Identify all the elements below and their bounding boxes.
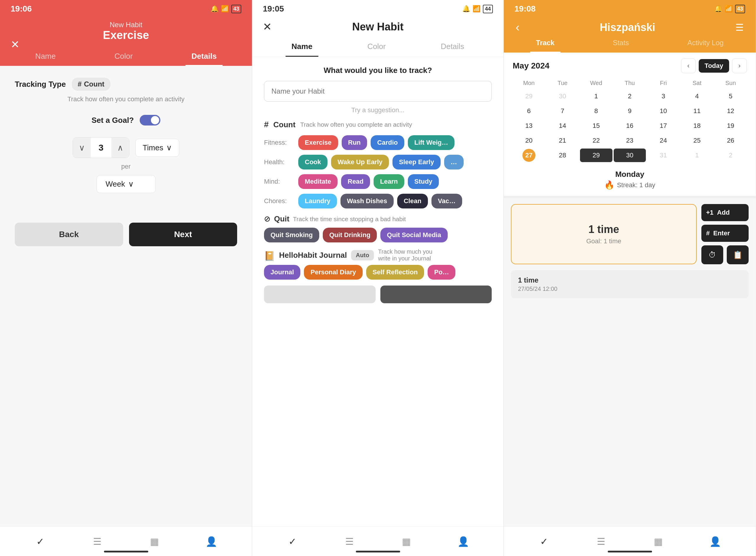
week-select[interactable]: Week ∨ <box>97 175 156 193</box>
nav-profile-3[interactable]: 👤 <box>707 533 724 550</box>
cal-day[interactable]: 13 <box>513 119 545 133</box>
tab-stats-3[interactable]: Stats <box>607 34 635 53</box>
tab-name-2[interactable]: Name <box>285 37 318 57</box>
chip-lift[interactable]: Lift Weig… <box>408 135 454 150</box>
chip-wake-up-early[interactable]: Wake Up Early <box>331 155 389 170</box>
cal-day[interactable]: 30 <box>546 90 579 103</box>
tracking-badge[interactable]: # Count <box>72 78 110 91</box>
cal-day[interactable]: 2 <box>614 90 646 103</box>
cal-day[interactable]: 19 <box>714 119 747 133</box>
cal-day[interactable]: 12 <box>714 104 747 118</box>
chip-clean[interactable]: Clean <box>397 194 428 208</box>
chip-health-more[interactable]: … <box>444 155 463 170</box>
chip-self-reflection[interactable]: Self Reflection <box>366 265 424 280</box>
tab-color-1[interactable]: Color <box>108 47 138 66</box>
chip-vacuum[interactable]: Vac… <box>432 194 462 208</box>
nav-journal-1[interactable]: ☰ <box>89 533 106 550</box>
stepper-down-button[interactable]: ∨ <box>73 137 91 158</box>
nav-calendar-1[interactable]: ▦ <box>146 533 163 550</box>
chip-laundry[interactable]: Laundry <box>298 194 337 208</box>
cal-day[interactable]: 30 <box>614 148 646 162</box>
nav-calendar-2[interactable]: ▦ <box>398 533 415 550</box>
cal-day[interactable]: 28 <box>546 148 579 162</box>
notes-button[interactable]: 📋 <box>727 245 749 264</box>
cal-day[interactable]: 24 <box>647 134 680 147</box>
cal-day[interactable]: 15 <box>580 119 613 133</box>
chip-run[interactable]: Run <box>342 135 367 150</box>
cal-day[interactable]: 21 <box>546 134 579 147</box>
close-button-1[interactable]: ✕ <box>11 38 20 51</box>
nav-journal-2[interactable]: ☰ <box>341 533 358 550</box>
cal-day[interactable]: 16 <box>614 119 646 133</box>
cal-day[interactable]: 2 <box>714 148 747 162</box>
chip-study[interactable]: Study <box>408 174 439 189</box>
nav-profile-1[interactable]: 👤 <box>203 533 220 550</box>
cal-day[interactable]: 1 <box>681 148 713 162</box>
cal-day[interactable]: 3 <box>647 90 680 103</box>
cal-day[interactable]: 14 <box>546 119 579 133</box>
cal-day[interactable]: 25 <box>681 134 713 147</box>
chip-quit-social-media[interactable]: Quit Social Media <box>380 228 447 242</box>
cal-day[interactable]: 5 <box>714 90 747 103</box>
cal-day[interactable]: 31 <box>647 148 680 162</box>
chip-personal-diary[interactable]: Personal Diary <box>304 265 363 280</box>
nav-profile-2[interactable]: 👤 <box>454 533 472 550</box>
tab-name-1[interactable]: Name <box>29 47 61 66</box>
chip-quit-drinking[interactable]: Quit Drinking <box>323 228 377 242</box>
add-button[interactable]: +1 Add <box>701 204 749 221</box>
cal-day[interactable]: 18 <box>681 119 713 133</box>
cal-day[interactable]: 1 <box>580 90 613 103</box>
tab-track-3[interactable]: Track <box>530 34 560 53</box>
cal-day[interactable]: 9 <box>614 104 646 118</box>
nav-journal-3[interactable]: ☰ <box>592 533 610 550</box>
cal-day[interactable]: 29 <box>580 148 613 162</box>
cal-day[interactable]: 6 <box>513 104 545 118</box>
goal-toggle[interactable] <box>140 115 160 126</box>
habit-name-input[interactable] <box>264 81 492 102</box>
cal-day[interactable]: 10 <box>647 104 680 118</box>
cal-day[interactable]: 4 <box>681 90 713 103</box>
chip-meditate[interactable]: Meditate <box>298 174 338 189</box>
cal-day[interactable]: 7 <box>546 104 579 118</box>
next-button[interactable]: Next <box>129 223 237 246</box>
track-main-card[interactable]: 1 time Goal: 1 time <box>511 204 697 264</box>
cal-day-today[interactable]: 27 <box>522 149 536 162</box>
nav-habits-1[interactable]: ✓ <box>32 533 49 550</box>
chip-read[interactable]: Read <box>341 174 370 189</box>
nav-calendar-3[interactable]: ▦ <box>649 533 667 550</box>
cal-day[interactable]: 11 <box>681 104 713 118</box>
tab-color-2[interactable]: Color <box>362 37 391 57</box>
cal-day[interactable]: 22 <box>580 134 613 147</box>
chip-exercise[interactable]: Exercise <box>298 135 338 150</box>
chip-quit-smoking[interactable]: Quit Smoking <box>264 228 319 242</box>
cal-day[interactable]: 20 <box>513 134 545 147</box>
stepper-up-button[interactable]: ∧ <box>111 137 129 158</box>
tab-activity-log-3[interactable]: Activity Log <box>681 34 729 53</box>
cal-day[interactable]: 26 <box>714 134 747 147</box>
cal-day[interactable]: 8 <box>580 104 613 118</box>
timer-button[interactable]: ⏱ <box>701 245 723 264</box>
menu-icon-3[interactable]: ☰ <box>735 22 744 33</box>
chip-sleep-early[interactable]: Sleep Early <box>392 155 441 170</box>
chip-learn[interactable]: Learn <box>374 174 404 189</box>
chip-poetry[interactable]: Po… <box>427 265 455 280</box>
cal-day[interactable]: 17 <box>647 119 680 133</box>
cal-day[interactable]: 29 <box>513 90 545 103</box>
enter-button[interactable]: # Enter <box>701 225 749 242</box>
tab-details-1[interactable]: Details <box>185 47 222 66</box>
cal-day[interactable]: 23 <box>614 134 646 147</box>
chip-wash-dishes[interactable]: Wash Dishes <box>341 194 393 208</box>
close-button-2[interactable]: ✕ <box>263 21 272 33</box>
nav-habits-2[interactable]: ✓ <box>283 533 301 550</box>
tab-details-2[interactable]: Details <box>435 37 470 57</box>
cal-today-button[interactable]: Today <box>699 59 729 73</box>
chip-cardio[interactable]: Cardio <box>371 135 404 150</box>
nav-habits-3[interactable]: ✓ <box>536 533 553 550</box>
cal-prev-button[interactable]: ‹ <box>681 59 696 73</box>
times-select[interactable]: Times ∨ <box>135 139 179 157</box>
back-button[interactable]: Back <box>15 223 123 246</box>
chip-journal[interactable]: Journal <box>264 265 300 280</box>
chip-cook[interactable]: Cook <box>298 155 328 170</box>
cal-next-button[interactable]: › <box>732 59 747 73</box>
back-button-3[interactable]: ‹ <box>516 21 519 34</box>
